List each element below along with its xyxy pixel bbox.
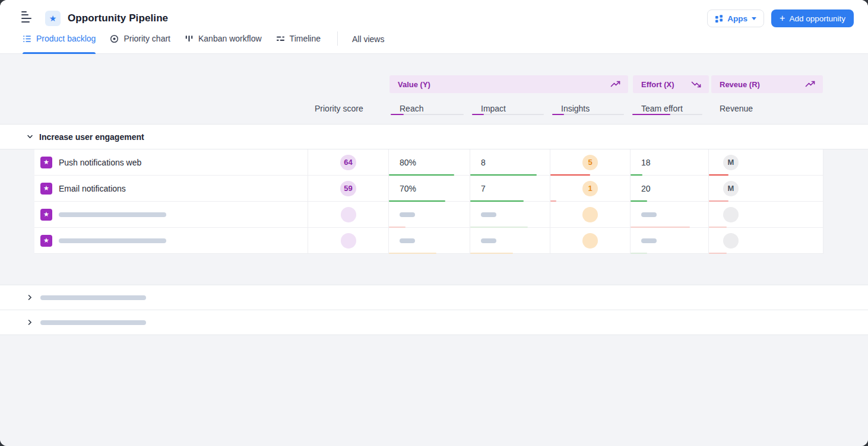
metric-group-value[interactable]: Value (Y) xyxy=(389,75,628,93)
trend-bar xyxy=(631,253,647,254)
opportunity-star-icon: ★ xyxy=(40,183,52,195)
plus-icon: + xyxy=(780,14,785,23)
team-effort-cell[interactable] xyxy=(631,202,709,228)
header-actions: Apps + Add opportunity xyxy=(707,9,854,27)
team-effort-cell[interactable]: 20 xyxy=(631,176,709,202)
insights-badge xyxy=(582,233,598,249)
cell-value: 70% xyxy=(400,184,416,193)
revenue-cell[interactable] xyxy=(709,228,823,254)
board-star-icon: ★ xyxy=(45,11,61,26)
metric-group-label: Reveue (R) xyxy=(720,80,760,89)
priority-score-cell[interactable]: 64 xyxy=(308,149,389,176)
opportunity-name-cell[interactable]: ★Push notifications web xyxy=(34,149,308,176)
column-accent-bar xyxy=(472,114,544,115)
column-header-revenue[interactable]: Revenue xyxy=(709,93,823,124)
chevron-right-icon[interactable] xyxy=(26,294,34,301)
team-effort-cell[interactable] xyxy=(631,228,709,254)
table-row[interactable]: ★Email notifications5970%7120M xyxy=(34,176,823,202)
metric-group-header-row: Value (Y) Effort (X) Reveue (R) xyxy=(34,75,823,93)
header-top: ★ Opportunity Pipeline Apps + Add opport… xyxy=(0,0,868,28)
group-row[interactable] xyxy=(0,310,868,335)
priority-score-badge: 59 xyxy=(340,181,356,196)
revenue-cell[interactable]: M xyxy=(709,176,823,202)
group-row[interactable] xyxy=(0,285,868,310)
metric-group-label: Effort (X) xyxy=(641,80,674,89)
reach-cell[interactable]: 70% xyxy=(389,176,470,202)
column-accent-bar xyxy=(632,114,702,115)
cell-value: 18 xyxy=(641,158,651,167)
column-header-priority-score[interactable]: Priority score xyxy=(308,93,389,124)
add-opportunity-button[interactable]: + Add opportunity xyxy=(771,9,854,27)
team-effort-cell[interactable]: 18 xyxy=(631,149,709,176)
kanban-icon xyxy=(185,34,194,43)
skeleton-value xyxy=(481,212,496,217)
metric-group-revenue[interactable]: Reveue (R) xyxy=(711,75,823,93)
column-label: Revenue xyxy=(720,104,753,113)
reach-cell[interactable]: 80% xyxy=(389,149,470,176)
insights-cell[interactable] xyxy=(550,228,631,254)
cell-value: 20 xyxy=(641,184,651,193)
list-icon xyxy=(23,34,31,43)
skeleton-value xyxy=(481,238,496,243)
priority-score-cell[interactable]: 59 xyxy=(308,176,389,202)
metric-group-effort[interactable]: Effort (X) xyxy=(633,75,709,93)
priority-score-cell[interactable] xyxy=(308,202,389,228)
column-accent-bar xyxy=(552,114,624,115)
opportunity-name-cell[interactable]: ★ xyxy=(34,228,308,254)
page-title: Opportunity Pipeline xyxy=(68,12,168,24)
chevron-right-icon[interactable] xyxy=(26,318,34,326)
opportunity-name: Email notifications xyxy=(59,184,126,193)
column-label: Team effort xyxy=(641,104,683,113)
impact-cell[interactable]: 7 xyxy=(470,176,550,202)
notification-dot xyxy=(21,11,27,12)
cell-value: 8 xyxy=(481,158,486,167)
insights-cell[interactable]: 1 xyxy=(550,176,631,202)
impact-cell[interactable] xyxy=(470,228,550,254)
view-tabs: Product backlog Priority chart Kanban wo… xyxy=(0,29,868,54)
impact-cell[interactable] xyxy=(470,202,550,228)
apps-grid-icon xyxy=(715,14,723,23)
insights-badge xyxy=(582,207,598,222)
group-row[interactable]: Increase user engagement xyxy=(0,124,868,149)
menu-button[interactable] xyxy=(21,13,34,24)
opportunity-name-cell[interactable]: ★ xyxy=(34,202,308,228)
impact-cell[interactable]: 8 xyxy=(470,149,550,176)
trend-bar xyxy=(709,253,727,254)
trend-bar xyxy=(389,253,436,254)
column-header-insights[interactable]: Insights xyxy=(550,93,631,124)
tab-timeline[interactable]: Timeline xyxy=(276,29,321,54)
reach-cell[interactable] xyxy=(389,202,470,228)
tab-label: Priority chart xyxy=(123,34,170,43)
opportunity-star-icon: ★ xyxy=(40,209,52,221)
insights-cell[interactable]: 5 xyxy=(550,149,631,176)
reach-cell[interactable] xyxy=(389,228,470,254)
priority-score-badge: 64 xyxy=(340,155,356,170)
tab-product-backlog[interactable]: Product backlog xyxy=(23,29,96,54)
revenue-cell[interactable] xyxy=(709,202,823,228)
apps-button[interactable]: Apps xyxy=(707,9,764,27)
opportunity-star-icon: ★ xyxy=(40,157,52,168)
app-window: ★ Opportunity Pipeline Apps + Add opport… xyxy=(0,0,868,446)
column-header-reach[interactable]: Reach xyxy=(389,93,470,124)
tab-label: Product backlog xyxy=(36,34,96,43)
table-row[interactable]: ★Push notifications web6480%8518M xyxy=(34,149,823,176)
insights-cell[interactable] xyxy=(550,202,631,228)
tab-priority-chart[interactable]: Priority chart xyxy=(110,29,170,54)
opportunity-name-cell[interactable]: ★Email notifications xyxy=(34,176,308,202)
tab-kanban-workflow[interactable]: Kanban workflow xyxy=(185,29,262,54)
insights-badge: 5 xyxy=(582,155,598,170)
skeleton-text xyxy=(40,320,146,325)
column-header-team-effort[interactable]: Team effort xyxy=(631,93,709,124)
revenue-badge xyxy=(723,207,739,222)
table-row[interactable]: ★ xyxy=(34,202,823,228)
column-header-impact[interactable]: Impact xyxy=(470,93,550,124)
table-row[interactable]: ★ xyxy=(34,228,823,254)
chevron-down-icon[interactable] xyxy=(26,133,34,141)
cell-value: 7 xyxy=(481,184,486,193)
trend-up-icon xyxy=(610,81,621,88)
trend-up-icon xyxy=(805,81,816,88)
revenue-cell[interactable]: M xyxy=(709,149,823,176)
all-views-button[interactable]: All views xyxy=(349,29,388,54)
apps-button-label: Apps xyxy=(727,14,747,23)
priority-score-cell[interactable] xyxy=(308,228,389,254)
